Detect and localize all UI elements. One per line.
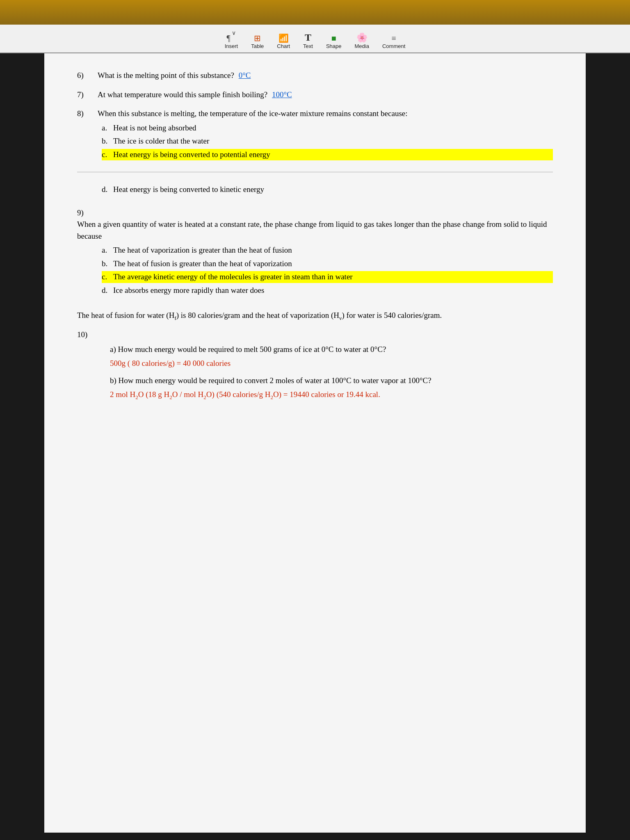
q6-answer: 0°C (239, 71, 251, 80)
q9-c-label: c. (102, 271, 113, 283)
q8-choice-c: c. Heat energy is being converted to pot… (102, 149, 553, 161)
q8-a-label: a. (102, 122, 113, 134)
shape-label: Shape (326, 43, 342, 49)
q7-text: At what temperature would this sample fi… (98, 89, 292, 101)
q9-b-text: The heat of fusion is greater than the h… (113, 258, 292, 270)
toolbar: ¶ ∨ Insert ⊞ Table 📶 Chart T Text ■ Shap… (217, 28, 414, 51)
q9-d-text: Ice absorbs energy more rapidly than wat… (113, 285, 264, 297)
question-10: 10) a) How much energy would be required… (77, 330, 553, 401)
media-label: Media (355, 43, 369, 49)
insert-dropdown-arrow: ∨ (232, 30, 236, 37)
q8-d-label: d. (102, 184, 113, 196)
question-8: 8) When this substance is melting, the t… (77, 108, 553, 160)
q8-text: When this substance is melting, the temp… (98, 108, 408, 120)
q9-a-text: The heat of vaporization is greater than… (113, 244, 292, 256)
q9-c-text: The average kinetic energy of the molecu… (113, 271, 353, 283)
q8-b-label: b. (102, 135, 113, 147)
q10-b-text: b) How much energy would be required to … (110, 376, 431, 385)
comment-icon: ≡ (391, 34, 396, 42)
table-button[interactable]: ⊞ Table (251, 34, 264, 49)
q9-d-label: d. (102, 285, 113, 297)
table-icon: ⊞ (254, 34, 261, 42)
q6-text: What is the melting point of this substa… (98, 70, 251, 82)
q10-a-answer: 500g ( 80 calories/g) = 40 000 calories (110, 359, 553, 368)
question-6: 6) What is the melting point of this sub… (77, 70, 553, 82)
q10-b-answer: 2 mol H2O (18 g H2O / mol H2O) (540 calo… (110, 390, 553, 401)
chart-icon: 📶 (278, 34, 289, 42)
question-7: 7) At what temperature would this sample… (77, 89, 553, 101)
table-label: Table (251, 43, 264, 49)
q7-number: 7) (77, 89, 98, 101)
divider-1 (77, 172, 553, 172)
q9-choice-b: b. The heat of fusion is greater than th… (102, 258, 553, 270)
q10-a-question: a) How much energy would be required to … (110, 343, 553, 356)
media-button[interactable]: 🌸 Media (355, 33, 369, 49)
top-bar (0, 0, 630, 25)
q9-choice-a: a. The heat of vaporization is greater t… (102, 244, 553, 256)
q8-a-text: Heat is not being absorbed (113, 122, 196, 134)
q9-text: When a given quantity of water is heated… (77, 219, 553, 242)
comment-button[interactable]: ≡ Comment (382, 34, 405, 49)
insert-button[interactable]: ¶ ∨ Insert (225, 30, 238, 49)
q8-choice-d: d. Heat energy is being converted to kin… (102, 184, 553, 196)
q8-c-label: c. (102, 149, 113, 161)
text-button[interactable]: T Text (303, 32, 313, 49)
question-8d: d. Heat energy is being converted to kin… (77, 184, 553, 196)
q9-b-label: b. (102, 258, 113, 270)
q7-answer: 100°C (272, 90, 292, 99)
text-label: Text (303, 43, 313, 49)
q9-choice-c: c. The average kinetic energy of the mol… (102, 271, 553, 283)
page-content: 6) What is the melting point of this sub… (44, 53, 586, 833)
q8-d-text: Heat energy is being converted to kineti… (113, 184, 264, 196)
q8-b-text: The ice is colder that the water (113, 135, 209, 147)
insert-label: Insert (225, 43, 238, 49)
q8-choice-a: a. Heat is not being absorbed (102, 122, 553, 134)
info-block: The heat of fusion for water (Hf) is 80 … (77, 309, 553, 323)
text-icon: T (305, 32, 311, 42)
q6-number: 6) (77, 70, 98, 82)
chart-button[interactable]: 📶 Chart (277, 34, 290, 49)
question-9: 9) When a given quantity of water is hea… (77, 207, 553, 297)
shape-icon: ■ (331, 34, 336, 42)
q9-a-label: a. (102, 244, 113, 256)
q10-b-question: b) How much energy would be required to … (110, 374, 553, 387)
q10-number: 10) (77, 330, 553, 339)
q10-a-text: a) How much energy would be required to … (110, 345, 386, 354)
q8-choice-b: b. The ice is colder that the water (102, 135, 553, 147)
insert-icon: ¶ (226, 34, 230, 42)
toolbar-container: ¶ ∨ Insert ⊞ Table 📶 Chart T Text ■ Shap… (0, 25, 630, 53)
shape-button[interactable]: ■ Shape (326, 34, 342, 49)
comment-label: Comment (382, 43, 405, 49)
q9-choice-d: d. Ice absorbs energy more rapidly than … (102, 285, 553, 297)
q8-c-text: Heat energy is being converted to potent… (113, 149, 270, 161)
media-icon: 🌸 (356, 33, 368, 42)
q8-number: 8) (77, 108, 98, 120)
chart-label: Chart (277, 43, 290, 49)
info-text: The heat of fusion for water (Hf) is 80 … (77, 311, 442, 320)
q9-number: 9) (77, 207, 98, 219)
